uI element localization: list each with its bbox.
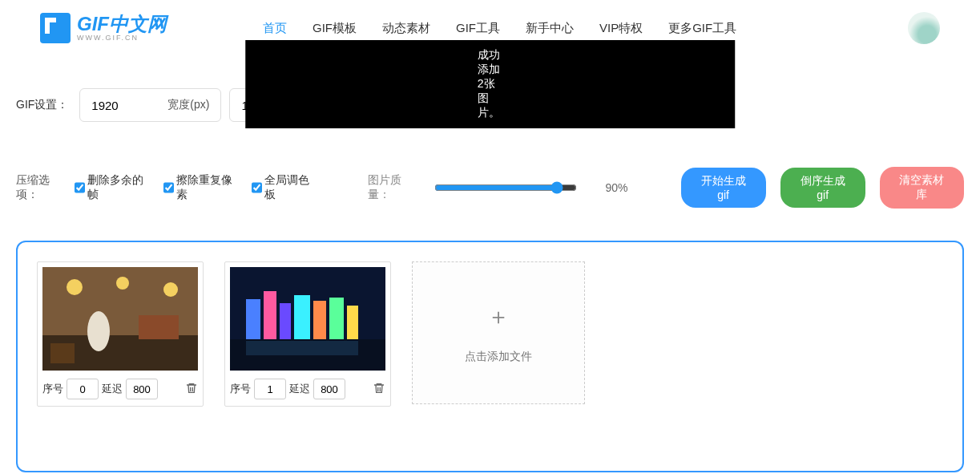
avatar[interactable] (908, 12, 940, 44)
opt-global-palette[interactable] (252, 182, 262, 193)
trash-icon[interactable] (185, 382, 198, 397)
delay-input[interactable] (313, 379, 345, 399)
width-group: 宽度(px) (79, 88, 221, 122)
svg-rect-7 (50, 343, 75, 363)
toast-message: 成功添加2张图片。 (245, 40, 736, 128)
reverse-button[interactable]: 倒序生成gif (780, 168, 865, 208)
order-input[interactable] (67, 379, 99, 399)
thumb-card[interactable]: 序号 延迟 (224, 261, 391, 407)
nav-assets[interactable]: 动态素材 (382, 21, 430, 36)
nav-home[interactable]: 首页 (263, 21, 287, 36)
svg-rect-10 (246, 299, 260, 339)
svg-rect-15 (329, 298, 344, 339)
svg-point-5 (87, 311, 110, 351)
quality-label: 图片质量： (368, 173, 420, 202)
thumb-image (42, 267, 198, 371)
nav-tools[interactable]: GIF工具 (456, 21, 500, 36)
width-unit: 宽度(px) (167, 98, 209, 112)
svg-point-3 (116, 277, 129, 290)
options-label: 压缩选项： (16, 173, 68, 202)
svg-rect-13 (294, 295, 310, 339)
order-label: 序号 (42, 382, 63, 396)
opt-erase-dup-label: 擦除重复像素 (176, 173, 239, 202)
opt-global-palette-label: 全局调色板 (264, 173, 317, 202)
svg-rect-12 (280, 303, 291, 339)
logo-main: GIF中文网 (77, 14, 167, 34)
trash-icon[interactable] (373, 382, 385, 397)
order-input[interactable] (254, 379, 286, 399)
logo-sub: WWW.GIF.CN (77, 34, 167, 42)
thumb-image (230, 267, 385, 371)
opt-erase-dup[interactable] (163, 182, 174, 193)
svg-rect-11 (264, 291, 276, 339)
opt-remove-frames[interactable] (75, 182, 85, 193)
settings-label: GIF设置： (16, 98, 68, 112)
canvas-area: 序号 延迟 序号 延迟 (16, 241, 964, 472)
clear-button[interactable]: 清空素材库 (880, 167, 964, 209)
svg-rect-17 (246, 341, 358, 355)
plus-icon: ＋ (487, 302, 510, 332)
opt-remove-frames-label: 删除多余的帧 (87, 173, 150, 202)
quality-value: 90% (606, 181, 628, 194)
nav-templates[interactable]: GIF模板 (313, 21, 357, 36)
options-row: 压缩选项： 删除多余的帧 擦除重复像素 全局调色板 图片质量： 90% 开始生成… (0, 167, 980, 209)
svg-rect-16 (347, 306, 358, 339)
delay-label: 延迟 (102, 382, 123, 396)
delay-label: 延迟 (289, 382, 310, 396)
svg-rect-14 (313, 301, 326, 339)
width-input[interactable] (91, 99, 151, 112)
start-button[interactable]: 开始生成gif (681, 168, 766, 208)
svg-point-2 (67, 279, 83, 295)
delay-input[interactable] (126, 379, 158, 399)
thumb-card[interactable]: 序号 延迟 (37, 261, 204, 407)
quality-slider[interactable] (434, 181, 576, 194)
svg-rect-6 (139, 315, 179, 339)
add-file-tile[interactable]: ＋ 点击添加文件 (412, 261, 585, 404)
logo[interactable]: GIF中文网 WWW.GIF.CN (40, 13, 167, 43)
svg-point-4 (163, 282, 178, 297)
nav-vip[interactable]: VIP特权 (599, 21, 643, 36)
main-nav: 首页 GIF模板 动态素材 GIF工具 新手中心 VIP特权 更多GIF工具 (263, 21, 736, 36)
logo-icon (40, 13, 71, 43)
nav-beginner[interactable]: 新手中心 (526, 21, 574, 36)
nav-more[interactable]: 更多GIF工具 (668, 21, 736, 36)
add-file-label: 点击添加文件 (465, 350, 532, 364)
order-label: 序号 (230, 382, 251, 396)
